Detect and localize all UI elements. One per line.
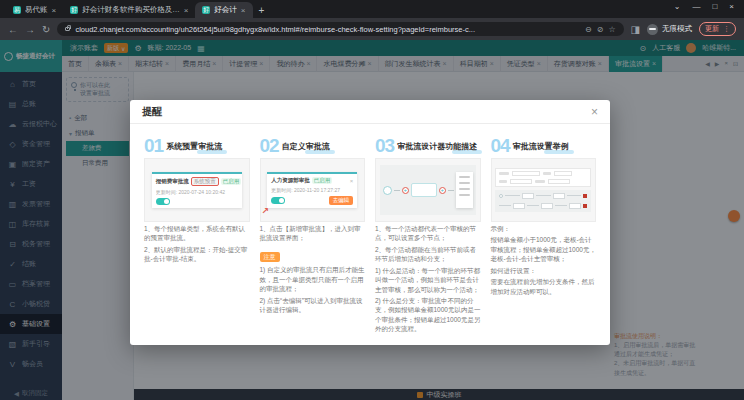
section-title: 系统预置审批流 bbox=[166, 141, 222, 154]
illustration-custom: 人力资源部审批 已启用 × 更新时间: 2020-11-20 17:27:27 … bbox=[260, 158, 366, 222]
activity-node bbox=[411, 183, 437, 197]
howto-label: 如何进行设置： bbox=[491, 266, 597, 275]
new-tab-button[interactable]: + bbox=[259, 5, 265, 16]
zoom-out-icon[interactable]: ⊖ bbox=[585, 25, 592, 34]
tab-favicon: 好 bbox=[70, 6, 78, 14]
paragraph: 1、每一个活动都代表一个审核的节点，可以设置多个节点； bbox=[375, 224, 481, 243]
tab-search-icon[interactable]: ⌄ bbox=[674, 2, 681, 11]
preset-badge: 系统预置 bbox=[191, 177, 219, 186]
section-title: 审批流设计器功能描述 bbox=[397, 141, 477, 154]
illustration-designer: + + bbox=[375, 158, 481, 222]
section-custom-flow: 02 自定义审批流 人力资源部审批 已启用 × 更新时间: 2020-11-20… bbox=[260, 132, 366, 337]
tab-title: 好会计财务软件购买价格及… bbox=[82, 5, 180, 15]
browser-tab[interactable]: 好 好会计 × bbox=[195, 2, 252, 18]
bookmark-star-icon[interactable]: ☆ bbox=[608, 25, 615, 34]
example-label: 示例： bbox=[491, 224, 597, 233]
tab-close-icon[interactable]: × bbox=[52, 6, 57, 15]
section-text: 1、每个报销单类型，系统会有默认的预置审批流。2、默认的审批流程是：开始-提交审… bbox=[144, 224, 250, 264]
mini-card: 报销费审批流 系统预置 已启用 更新时间: 2020-07-24 10:20:4… bbox=[152, 172, 242, 208]
section-example: 04 审批流设置举例 bbox=[491, 132, 597, 337]
mini-card-time: 更新时间: 2020-11-20 17:27:27 bbox=[271, 187, 353, 193]
tab-title: 易代账 bbox=[25, 5, 48, 15]
add-before-icon: + bbox=[402, 187, 409, 194]
paragraph: 1、每个报销单类型，系统会有默认的预置审批流。 bbox=[144, 224, 250, 243]
incognito-icon bbox=[647, 24, 658, 35]
add-after-icon: + bbox=[439, 187, 446, 194]
browser-toolbar: ← → ↻ cloud2.chanjet.com/accounting/uh26… bbox=[0, 18, 744, 40]
section-text: 1) 自定义的审批流只有启用后才能生效，且一个单据类型只能有一个启用的审批流程；… bbox=[260, 265, 366, 314]
app-window: 畅捷通好会计 ⌂ 首页 ▤ 总账 ☁ 云报税中心 bbox=[0, 40, 744, 400]
minimize-button[interactable]: — bbox=[692, 2, 700, 11]
lock-icon bbox=[65, 27, 70, 31]
section-preset-flow: 01 系统预置审批流 报销费审批流 系统预置 已启用 更新时间: 2020-07… bbox=[144, 132, 250, 337]
address-bar[interactable]: cloud2.chanjet.com/accounting/uh26t264j5… bbox=[57, 22, 623, 36]
enabled-badge: 已启用 bbox=[312, 177, 333, 184]
edit-button: 去编辑 bbox=[329, 196, 354, 205]
update-label: 更新 bbox=[705, 24, 719, 34]
paragraph: 2) 点击“去编辑”可以进入到审批流设计器进行编辑。 bbox=[260, 296, 366, 315]
browser-tab[interactable]: 易 易代账 × bbox=[6, 2, 63, 18]
start-node bbox=[383, 186, 392, 195]
close-window-button[interactable]: × bbox=[729, 2, 734, 11]
flow-designer-mock: + + bbox=[380, 165, 476, 215]
tab-close-icon[interactable]: × bbox=[184, 6, 189, 15]
node-menu bbox=[456, 172, 473, 208]
section-number: 04 bbox=[491, 137, 510, 154]
toggle-switch bbox=[271, 197, 285, 204]
toggle-switch bbox=[156, 198, 170, 205]
paragraph: 1) 什么是活动：每一个审批的环节都叫做一个活动，例如当前环节是会计主管审核，那… bbox=[375, 266, 481, 294]
note-badge: 注意 bbox=[260, 252, 280, 262]
paragraph: 1、点击【新增审批流】，进入到审批流设置界面； bbox=[260, 224, 366, 243]
section-designer: 03 审批流设计器功能描述 + + bbox=[375, 132, 481, 337]
example-mock bbox=[495, 168, 591, 212]
mini-card-time: 更新时间: 2020-07-24 10:20:42 bbox=[156, 189, 238, 195]
mini-card-close-icon: × bbox=[350, 178, 354, 184]
side-panel-icon[interactable]: ◨ bbox=[631, 24, 640, 35]
illustration-example bbox=[491, 158, 597, 222]
reload-icon[interactable]: ↻ bbox=[42, 24, 50, 35]
enabled-badge: 已启用 bbox=[221, 178, 242, 185]
illustration-preset: 报销费审批流 系统预置 已启用 更新时间: 2020-07-24 10:20:4… bbox=[144, 158, 250, 222]
paragraph: 2、每个活动都能在当前环节前或者环节后增加活动和分支； bbox=[375, 245, 481, 264]
paragraph: 1) 自定义的审批流只有启用后才能生效，且一个单据类型只能有一个启用的审批流程； bbox=[260, 265, 366, 293]
annotation-arrow-icon: ↗ bbox=[261, 206, 269, 216]
content-blocked-icon[interactable]: ⊘ bbox=[597, 25, 604, 34]
browser-tab-strip: 易 易代账 × 好 好会计财务软件购买价格及… × 好 好会计 × + ⌄ bbox=[0, 0, 744, 18]
section-title: 自定义审批流 bbox=[282, 141, 330, 154]
paragraph: 2) 什么是分支：审批流中不同的分支，例如报销单金额1000元以内是一个审批条件… bbox=[375, 296, 481, 334]
chrome-update-button[interactable]: 更新 ⋮ bbox=[699, 22, 736, 36]
modal-body: 01 系统预置审批流 报销费审批流 系统预置 已启用 更新时间: 2020-07… bbox=[130, 124, 610, 345]
back-icon[interactable]: ← bbox=[8, 24, 18, 35]
incognito-indicator: 无痕模式 bbox=[647, 24, 692, 35]
section-title: 审批流设置举例 bbox=[513, 141, 569, 154]
browser-menu-icon[interactable]: ⋮ bbox=[723, 25, 730, 33]
modal-close-icon[interactable]: × bbox=[591, 105, 598, 119]
paragraph: 2、默认的审批流程是：开始-提交审批-会计审批-结束。 bbox=[144, 245, 250, 264]
modal-title: 提醒 bbox=[142, 105, 162, 119]
forward-icon[interactable]: → bbox=[25, 24, 35, 35]
tab-title: 好会计 bbox=[214, 5, 237, 15]
howto-text: 需要在流程前先增加分支条件，然后增加对应活动即可以。 bbox=[491, 277, 597, 296]
incognito-label: 无痕模式 bbox=[662, 24, 692, 34]
screen: 易 易代账 × 好 好会计财务软件购买价格及… × 好 好会计 × + ⌄ bbox=[0, 0, 744, 400]
mini-card-title: 报销费审批流 bbox=[156, 178, 189, 185]
tab-favicon: 好 bbox=[202, 6, 210, 14]
tab-favicon: 易 bbox=[13, 6, 21, 14]
browser-tab[interactable]: 好 好会计财务软件购买价格及… × bbox=[63, 2, 195, 18]
section-number: 01 bbox=[144, 137, 163, 154]
section-text: 1、每一个活动都代表一个审核的节点，可以设置多个节点；2、每个活动都能在当前环节… bbox=[375, 224, 481, 334]
section-number: 02 bbox=[260, 137, 279, 154]
mini-card: 人力资源部审批 已启用 × 更新时间: 2020-11-20 17:27:27 … bbox=[267, 172, 357, 208]
modal-header: 提醒 × bbox=[130, 100, 610, 124]
maximize-button[interactable]: □ bbox=[712, 2, 717, 11]
reminder-modal: 提醒 × 01 系统预置审批流 报销费审批流 系统预置 bbox=[130, 100, 610, 345]
example-text: 报销单金额小于1000元，老板-会计审核流程；报销单金额超过1000元，老板-会… bbox=[491, 235, 597, 263]
url-text[interactable]: cloud2.chanjet.com/accounting/uh26t264j5… bbox=[75, 25, 580, 34]
tab-close-icon[interactable]: × bbox=[241, 6, 246, 15]
mini-card-title: 人力资源部审批 bbox=[271, 177, 310, 184]
window-controls: ⌄ — □ × bbox=[674, 0, 744, 11]
section-number: 03 bbox=[375, 137, 394, 154]
